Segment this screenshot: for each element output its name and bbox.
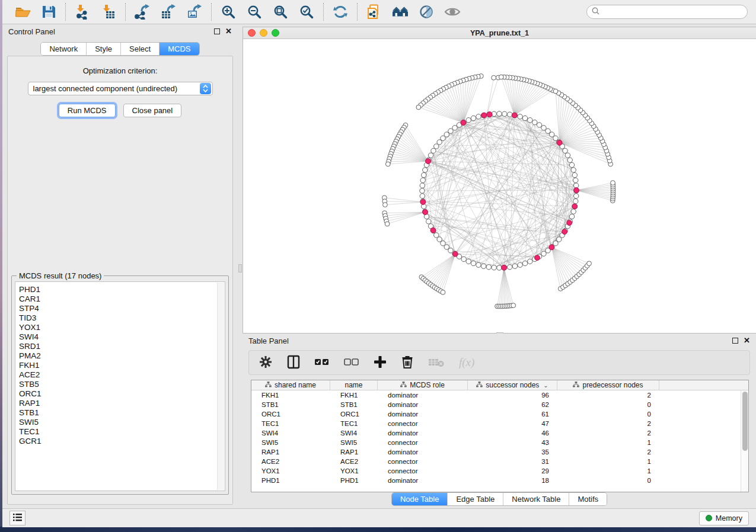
- mcds-result-item[interactable]: CAR1: [19, 294, 225, 304]
- memory-button[interactable]: Memory: [699, 511, 749, 525]
- tab-node-table[interactable]: Node Table: [392, 493, 448, 505]
- close-panel-button[interactable]: Close panel: [123, 104, 182, 117]
- column-header-name[interactable]: name: [330, 380, 378, 390]
- column-label: name: [344, 381, 362, 389]
- table-row[interactable]: TEC1TEC1connector472: [251, 419, 741, 428]
- tab-mcds[interactable]: MCDS: [160, 43, 199, 55]
- network-graph[interactable]: [243, 39, 756, 333]
- float-panel-icon[interactable]: [214, 28, 220, 34]
- table-cell: ACE2: [251, 458, 330, 465]
- mcds-result-item[interactable]: GCR1: [19, 437, 225, 446]
- mcds-result-item[interactable]: RAP1: [19, 399, 225, 408]
- mcds-result-item[interactable]: YOX1: [19, 323, 225, 332]
- show-hidden-button[interactable]: [444, 3, 461, 21]
- mcds-result-item[interactable]: ORC1: [19, 389, 225, 399]
- zoom-in-button[interactable]: [219, 3, 237, 21]
- table-panel-header: Table Panel ✕: [243, 334, 756, 348]
- search-input[interactable]: [602, 8, 742, 16]
- table-row[interactable]: YOX1YOX1connector291: [251, 466, 741, 476]
- splitter-handle[interactable]: [238, 264, 242, 273]
- table-row[interactable]: ACE2ACE2connector311: [251, 457, 741, 466]
- mcds-result-item[interactable]: FKH1: [19, 361, 225, 370]
- tab-style[interactable]: Style: [87, 43, 121, 55]
- column-label: successor nodes: [486, 381, 539, 389]
- hide-selected-button[interactable]: [417, 3, 435, 21]
- status-bar: Memory: [2, 508, 756, 527]
- table-cell: 31: [468, 458, 557, 465]
- mcds-result-item[interactable]: ACE2: [19, 370, 225, 380]
- delete-column-button[interactable]: [401, 354, 414, 371]
- close-panel-icon[interactable]: ✕: [225, 28, 232, 34]
- table-row[interactable]: STB1STB1dominator620: [251, 400, 741, 409]
- toolbar-group: [66, 3, 125, 21]
- tab-select[interactable]: Select: [121, 43, 160, 55]
- network-canvas[interactable]: [243, 39, 756, 333]
- mcds-result-item[interactable]: STB5: [19, 380, 225, 389]
- mcds-result-item[interactable]: SRD1: [19, 342, 225, 351]
- column-header-shared-name[interactable]: shared name: [251, 380, 330, 390]
- table-scrollbar[interactable]: [741, 390, 748, 492]
- mcds-result-item[interactable]: TID3: [19, 313, 225, 323]
- column-header-successor-nodes[interactable]: successor nodes⌄: [468, 380, 557, 390]
- optimization-criterion-select[interactable]: largest connected component (undirected): [28, 82, 213, 95]
- first-neighbors-button[interactable]: [391, 3, 409, 21]
- table-settings-gear-button[interactable]: [259, 354, 273, 371]
- tab-motifs[interactable]: Motifs: [569, 493, 607, 505]
- column-header-MCDS-role[interactable]: MCDS role: [378, 380, 468, 390]
- table-row[interactable]: ORC1ORC1dominator610: [251, 409, 741, 419]
- mcds-result-item[interactable]: STP4: [19, 304, 225, 313]
- table-cell: 96: [468, 392, 557, 399]
- import-table-button[interactable]: [100, 3, 117, 21]
- copy-network-button[interactable]: [365, 3, 383, 21]
- table-row[interactable]: PHD1PHD1dominator180: [251, 476, 741, 485]
- mcds-result-item[interactable]: SWI5: [19, 418, 225, 427]
- mcds-result-item[interactable]: STB1: [19, 408, 225, 418]
- export-network-button[interactable]: [133, 3, 151, 21]
- zoom-out-button[interactable]: [245, 3, 263, 21]
- refresh-layout-button[interactable]: [331, 3, 349, 21]
- mcds-result-item[interactable]: SWI4: [19, 332, 225, 342]
- task-history-button[interactable]: [9, 511, 25, 525]
- select-all-rows-button[interactable]: [314, 354, 330, 371]
- export-table-icon: [161, 4, 176, 20]
- table-row[interactable]: RAP1RAP1dominator352: [251, 447, 741, 457]
- search-box[interactable]: [586, 5, 748, 19]
- tab-network-table[interactable]: Network Table: [503, 493, 569, 505]
- run-mcds-button[interactable]: Run MCDS: [59, 104, 116, 117]
- table-cell: 29: [468, 467, 557, 475]
- export-image-button[interactable]: [186, 3, 203, 21]
- table-cell: 18: [468, 477, 557, 484]
- close-table-panel-icon[interactable]: ✕: [744, 338, 750, 344]
- result-list-scrollbar[interactable]: [217, 283, 224, 490]
- tab-edge-table[interactable]: Edge Table: [448, 493, 503, 505]
- zoom-fit-button[interactable]: [272, 3, 289, 21]
- mcds-result-item[interactable]: PMA2: [19, 351, 225, 361]
- save-session-button[interactable]: [40, 3, 58, 21]
- column-header-predecessor-nodes[interactable]: predecessor nodes: [557, 380, 659, 390]
- zoom-selected-button[interactable]: [298, 3, 315, 21]
- table-row[interactable]: FKH1FKH1dominator962: [251, 390, 741, 400]
- deselect-all-rows-button[interactable]: [344, 354, 359, 371]
- open-file-button[interactable]: [14, 3, 31, 21]
- table-cell: dominator: [378, 392, 468, 399]
- table-row[interactable]: SWI5SWI5connector431: [251, 438, 741, 447]
- delete-table-icon: [428, 355, 445, 371]
- mcds-result-item[interactable]: PHD1: [19, 285, 225, 294]
- add-column-button[interactable]: [374, 354, 387, 371]
- toggle-columns-button[interactable]: [287, 354, 300, 371]
- mcds-result-item[interactable]: TEC1: [19, 427, 225, 437]
- float-table-panel-icon[interactable]: [732, 338, 738, 344]
- vertical-splitter[interactable]: [238, 24, 243, 508]
- table-cell: TEC1: [330, 420, 378, 427]
- export-table-button[interactable]: [160, 3, 177, 21]
- toolbar-group: [6, 3, 65, 21]
- table-row[interactable]: SWI4SWI4dominator462: [251, 428, 741, 438]
- table-cell: ORC1: [251, 411, 330, 418]
- table-scrollbar-thumb[interactable]: [742, 392, 748, 451]
- memory-label: Memory: [716, 514, 742, 523]
- import-network-button[interactable]: [74, 3, 91, 21]
- tab-network[interactable]: Network: [41, 43, 87, 55]
- table-cell: STB1: [330, 401, 378, 408]
- table-cell: dominator: [378, 477, 468, 484]
- mcds-result-list[interactable]: PHD1CAR1STP4TID3YOX1SWI4SRD1PMA2FKH1ACE2…: [15, 281, 225, 491]
